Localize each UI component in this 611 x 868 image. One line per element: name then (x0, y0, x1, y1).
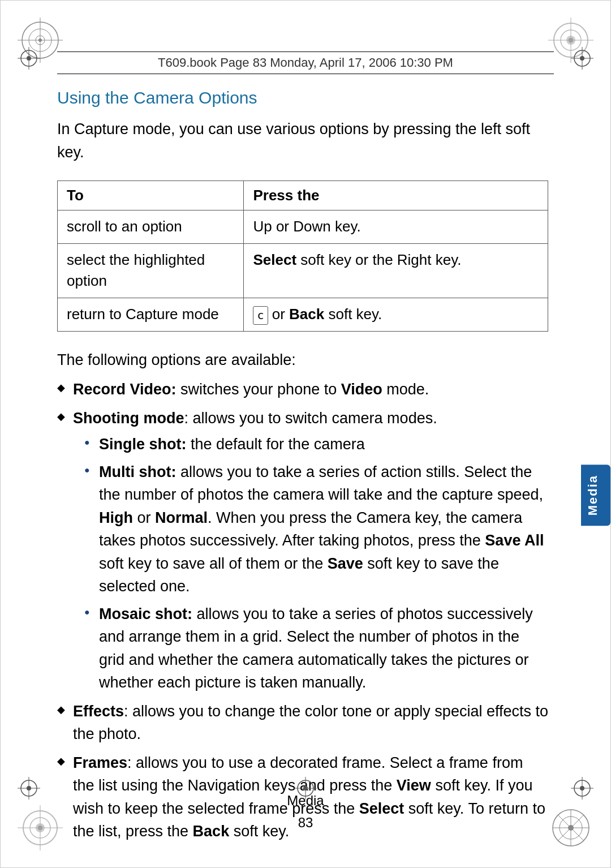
diamond-list: Record Video: switches your phone to Vid… (57, 378, 548, 843)
list-item-multi-shot: Multi shot: allows you to take a series … (84, 461, 548, 598)
table-header-row: To Press the (58, 181, 548, 210)
svg-point-24 (568, 825, 574, 831)
following-options-text: The following options are available: (57, 349, 548, 372)
header-bar: T609.book Page 83 Monday, April 17, 2006… (57, 51, 554, 74)
page: T609.book Page 83 Monday, April 17, 2006… (0, 0, 611, 868)
options-table: To Press the scroll to an option Up or D… (57, 181, 548, 332)
table-cell: scroll to an option (58, 210, 244, 244)
table-cell: c or Back soft key. (244, 298, 548, 332)
footer-left-mark (18, 777, 40, 800)
footer-page: 83 (57, 812, 554, 833)
table-cell: Select soft key or the Right key. (244, 243, 548, 298)
list-item-mosaic-shot: Mosaic shot: allows you to take a series… (84, 603, 548, 694)
header-text: T609.book Page 83 Monday, April 17, 2006… (158, 55, 453, 70)
list-item-single-shot: Single shot: the default for the camera (84, 433, 548, 456)
table-row: select the highlighted option Select sof… (58, 243, 548, 298)
circle-sub-list: Single shot: the default for the camera … (84, 433, 548, 694)
svg-point-5 (38, 38, 42, 42)
side-tab: Media (581, 465, 610, 526)
key-icon: c (253, 306, 268, 325)
side-tab-label: Media (586, 475, 600, 515)
corner-mark-bl (18, 805, 63, 850)
list-item-effects: Effects: allows you to change the color … (57, 700, 548, 746)
header-left-mark (18, 47, 40, 70)
footer-right-mark (571, 777, 593, 800)
section-title: Using the Camera Options (57, 88, 548, 108)
table-row: scroll to an option Up or Down key. (58, 210, 548, 244)
content-area: Using the Camera Options In Capture mode… (57, 88, 548, 777)
corner-mark-br (548, 805, 593, 850)
footer: Media 83 (57, 790, 554, 833)
list-item-shooting-mode: Shooting mode: allows you to switch came… (57, 407, 548, 694)
intro-paragraph: In Capture mode, you can use various opt… (57, 118, 548, 164)
table-col2-header: Press the (244, 181, 548, 210)
header-right-mark (571, 47, 593, 70)
table-col1-header: To (58, 181, 244, 210)
table-cell: Up or Down key. (244, 210, 548, 244)
footer-label: Media (57, 790, 554, 811)
list-item-record-video: Record Video: switches your phone to Vid… (57, 378, 548, 401)
table-cell: select the highlighted option (58, 243, 244, 298)
table-row: return to Capture mode c or Back soft ke… (58, 298, 548, 332)
table-cell: return to Capture mode (58, 298, 244, 332)
